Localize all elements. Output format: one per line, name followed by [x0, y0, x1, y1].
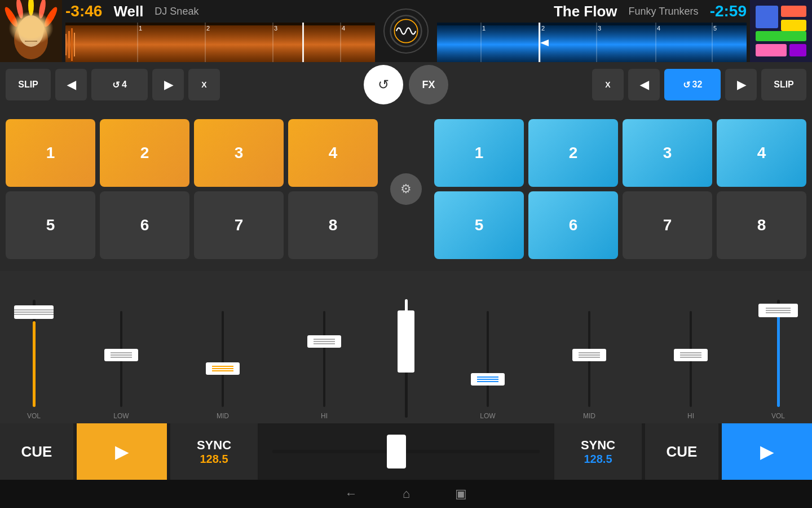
right-timer: -2:59: [710, 2, 747, 20]
pitch-fader-container: [261, 423, 551, 480]
crossfader[interactable]: [398, 310, 414, 373]
svg-rect-12: [65, 25, 375, 62]
right-track-artist: Funky Trunkers: [629, 6, 699, 17]
left-pad-2[interactable]: 2: [100, 119, 189, 187]
right-pad-1[interactable]: 1: [434, 119, 524, 187]
right-next-button[interactable]: ▶: [725, 69, 757, 100]
album-art-left: [0, 0, 62, 62]
right-sync-bpm: 128.5: [584, 453, 612, 466]
right-pad-5[interactable]: 5: [434, 191, 524, 259]
right-sync-label: SYNC: [581, 438, 615, 453]
right-play-button[interactable]: ▶: [722, 423, 812, 480]
left-prev-button[interactable]: ◀: [55, 69, 87, 100]
gear-button[interactable]: ⚙: [390, 173, 422, 205]
right-slip-button[interactable]: SLIP: [761, 69, 806, 100]
right-cue-button[interactable]: CUE: [645, 423, 718, 480]
svg-text:2: 2: [541, 25, 545, 32]
mixer-area: VOL LOW MID: [0, 271, 812, 423]
left-pad-1[interactable]: 1: [6, 119, 95, 187]
home-button[interactable]: ⌂: [403, 487, 410, 501]
svg-rect-47: [781, 20, 806, 31]
svg-text:1: 1: [139, 25, 142, 32]
left-hi-fader[interactable]: [307, 335, 341, 348]
svg-point-5: [28, 0, 34, 16]
right-pad-8[interactable]: 8: [717, 191, 806, 259]
svg-text:4: 4: [342, 25, 345, 32]
left-waveform[interactable]: 1 2 3 4: [65, 23, 375, 62]
left-play-icon: ▶: [115, 441, 129, 462]
svg-text:5: 5: [713, 25, 717, 32]
right-pad-3[interactable]: 3: [623, 119, 712, 187]
center-logo: [383, 8, 429, 54]
svg-point-9: [34, 29, 40, 36]
left-play-button[interactable]: ▶: [77, 423, 167, 480]
left-slip-button[interactable]: SLIP: [6, 69, 51, 100]
right-sync-button[interactable]: SYNC 128.5: [554, 423, 642, 480]
right-mid-fader[interactable]: [572, 349, 606, 361]
reset-button[interactable]: ↺: [364, 65, 403, 104]
left-pad-5[interactable]: 5: [6, 191, 95, 259]
left-low-fader[interactable]: [104, 349, 138, 361]
controls-area: SLIP ◀ ↺ 4 ▶ X ↺ FX X ◀ ↺ 32 ▶ SLIP: [0, 62, 812, 107]
left-pad-3[interactable]: 3: [194, 119, 284, 187]
back-button[interactable]: ←: [345, 487, 358, 501]
left-track-artist: DJ Sneak: [155, 6, 198, 17]
right-x-button[interactable]: X: [592, 69, 624, 100]
left-sync-bpm: 128.5: [200, 453, 228, 466]
left-pad-4[interactable]: 4: [288, 119, 378, 187]
pitch-fader-track: [272, 450, 540, 453]
svg-point-1: [14, 20, 48, 59]
right-vol-fader[interactable]: [758, 304, 798, 317]
svg-text:1: 1: [482, 25, 486, 32]
left-pad-6[interactable]: 6: [100, 191, 189, 259]
right-mid-label: MID: [583, 412, 595, 420]
svg-rect-15: [71, 28, 73, 61]
left-next-button[interactable]: ▶: [152, 69, 184, 100]
loop-icon-left: ↺: [112, 80, 120, 90]
left-vol-fader[interactable]: [14, 305, 54, 319]
pitch-fader[interactable]: [387, 435, 406, 468]
right-hi-fader[interactable]: [674, 349, 708, 361]
left-vol-label: VOL: [27, 412, 41, 420]
recent-button[interactable]: ▣: [455, 487, 467, 501]
svg-rect-13: [65, 34, 67, 55]
left-sync-label: SYNC: [197, 438, 231, 453]
svg-point-2: [19, 15, 43, 47]
left-mid-label: MID: [217, 412, 229, 420]
left-cue-button[interactable]: CUE: [0, 423, 73, 480]
center-transport-controls: ↺ FX: [364, 65, 448, 104]
left-hi-label: HI: [321, 412, 328, 420]
right-play-icon: ▶: [760, 441, 774, 462]
right-pad-7[interactable]: 7: [623, 191, 712, 259]
svg-rect-48: [756, 31, 806, 41]
svg-text:4: 4: [657, 25, 660, 32]
pads-center: ⚙: [383, 173, 429, 205]
bottom-controls: CUE ▶ SYNC 128.5 SYNC 128.5 CUE ▶: [0, 423, 812, 480]
right-track-title: The Flow: [554, 3, 617, 20]
left-pad-7[interactable]: 7: [194, 191, 284, 259]
gear-icon: ⚙: [400, 182, 412, 196]
left-timer: -3:46: [65, 2, 102, 20]
left-mid-fader[interactable]: [206, 362, 240, 375]
fx-button[interactable]: FX: [409, 65, 448, 104]
svg-rect-46: [781, 6, 806, 17]
right-pads: 1 2 3 4 5 6 7 8: [434, 119, 806, 259]
right-loop-button[interactable]: ↺ 32: [664, 69, 721, 100]
left-pad-8[interactable]: 8: [288, 191, 378, 259]
right-low-label: LOW: [480, 412, 495, 420]
left-loop-button[interactable]: ↺ 4: [91, 69, 148, 100]
svg-rect-50: [789, 44, 806, 56]
right-pad-6[interactable]: 6: [528, 191, 618, 259]
right-waveform[interactable]: 1 2 3 4 5 6: [437, 23, 747, 62]
right-pad-4[interactable]: 4: [717, 119, 806, 187]
right-pad-2[interactable]: 2: [528, 119, 618, 187]
right-prev-button[interactable]: ◀: [628, 69, 660, 100]
right-hi-label: HI: [687, 412, 694, 420]
left-x-button[interactable]: X: [188, 69, 220, 100]
android-nav-bar: ← ⌂ ▣: [0, 480, 812, 508]
right-low-fader[interactable]: [471, 373, 505, 386]
left-sync-button[interactable]: SYNC 128.5: [170, 423, 258, 480]
svg-rect-14: [68, 31, 70, 58]
svg-point-8: [22, 29, 28, 36]
loop-icon-right: ↺: [683, 80, 690, 90]
